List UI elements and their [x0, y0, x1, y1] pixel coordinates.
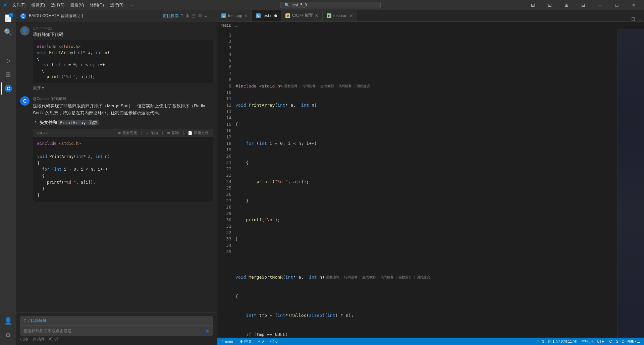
error-number: ⓪ 0	[244, 339, 251, 344]
code-line-9[interactable]: }	[234, 197, 614, 204]
search-bar[interactable]: 🔍 test_5_9	[280, 2, 381, 8]
line-comment-action[interactable]: 行间注释	[302, 83, 316, 89]
close-btn[interactable]: ✕	[626, 0, 641, 10]
breadcrumb-item-file[interactable]: test.c	[221, 23, 231, 28]
maximize-btn[interactable]: □	[609, 0, 625, 10]
send-button[interactable]: ➤	[205, 328, 210, 334]
layout-toggle[interactable]: ⊞	[559, 0, 574, 10]
chat-more-icon[interactable]: ...	[209, 13, 213, 19]
code-explain-action[interactable]: 代码解释	[338, 83, 352, 89]
tab-more-icon[interactable]: ...	[637, 16, 641, 21]
code-line-3[interactable]: #include <stdio.h> 函数注释| 行间注释| 生成单测| 代码解…	[234, 83, 614, 89]
tab-test-exe[interactable]: ▶ test.exe ✕	[323, 10, 357, 21]
section1-highlight: PrintArray 函数	[58, 120, 99, 125]
activity-search[interactable]: 🔍	[1, 25, 15, 39]
expand-button[interactable]: 展开 ▾	[33, 85, 213, 91]
menu-edit[interactable]: 编辑(E)	[29, 2, 48, 9]
code-line-8[interactable]: printf ( "%d " , a[i]);	[234, 178, 614, 185]
menu-more[interactable]: ...	[127, 2, 136, 9]
tab-close-config[interactable]: ✕	[315, 13, 318, 18]
void-kw-2: void	[235, 274, 246, 280]
code-line-4[interactable]: void PrintArray ( int * a, int n)	[234, 102, 614, 108]
help-icon[interactable]: ?	[181, 13, 183, 19]
chat-settings-icon[interactable]: ⚙	[198, 13, 202, 19]
new-file-btn[interactable]: 📄 新建文件	[188, 130, 209, 135]
view-diff-btn[interactable]: ⊞ 查看变更	[118, 130, 137, 135]
menu-run[interactable]: 运行(R)	[107, 2, 126, 9]
activity-extensions[interactable]: ⊞	[1, 68, 15, 81]
code-line-14[interactable]: {	[234, 293, 614, 299]
func-comment-action[interactable]: 函数注释	[284, 83, 298, 89]
activity-explorer[interactable]: 📄 1	[1, 11, 15, 25]
optimize-action-2[interactable]: 调优建议	[417, 274, 430, 280]
breadcrumb-item-more[interactable]: ...	[235, 23, 238, 28]
tab-test-cpp[interactable]: C test.cpp ✕	[217, 10, 252, 21]
accept-btn[interactable]: ✓ 采纳	[146, 130, 158, 135]
code-line-11[interactable]: }	[234, 236, 614, 242]
optimize-action[interactable]: 调优建议	[357, 83, 370, 89]
menu-file[interactable]: 文件(F)	[10, 2, 28, 9]
minimize-btn[interactable]: ─	[592, 0, 608, 10]
sidebar-toggle[interactable]: ⊟	[525, 0, 541, 10]
code-line-15[interactable]: int * tmp = ( int *) malloc ( sizeof ( i…	[234, 312, 614, 319]
int-kw-1: int	[277, 102, 285, 108]
encoding[interactable]: UTF-	[596, 339, 607, 344]
line-num-10: 10	[217, 89, 231, 96]
chat-input-box[interactable]: ➤	[20, 326, 213, 336]
activity-comate[interactable]: C	[1, 82, 15, 95]
int-kw-sizeof: int	[327, 312, 335, 319]
func-split-action[interactable]: 函数拆分	[398, 274, 412, 280]
activity-run-debug[interactable]: ▷	[1, 54, 15, 67]
chat-history-icon[interactable]: ☰	[192, 13, 196, 19]
warning-count[interactable]: △ 0	[256, 339, 265, 344]
code-line-10[interactable]: printf ( "\n" );	[234, 217, 614, 223]
tab-cpp-config[interactable]: ⚙ C/C++ 配置 ✕	[281, 10, 323, 21]
customize-layout[interactable]: ⊟	[576, 0, 591, 10]
line-num-21: 21	[217, 159, 231, 166]
func-comment-action-2[interactable]: 函数注释	[326, 274, 339, 280]
code-line-16[interactable]: if (tmp == NULL)	[234, 331, 614, 338]
extra-status[interactable]: S · C○叫曲 · ...	[615, 339, 641, 344]
copy-icon: ⊕	[167, 131, 170, 135]
info-count[interactable]: ⓘ 0	[269, 339, 279, 344]
line-comment-action-2[interactable]: 行间注释	[344, 274, 358, 280]
menu-view[interactable]: 查看(V)	[68, 2, 87, 9]
view-diff-label: 查看变更	[122, 130, 137, 135]
menu-select[interactable]: 选择(S)	[48, 2, 67, 9]
chat-panel: C BAIDU COMATE 智能编码助手 前往换票 ? ⊕ ☰ ⚙ ≡ ...…	[16, 10, 217, 345]
cursor-position[interactable]: 行 3，列 1 (已选择1174)	[536, 339, 579, 344]
chat-input-field[interactable]	[23, 327, 205, 335]
activity-account[interactable]: 👤	[1, 314, 15, 328]
panel-toggle[interactable]: ⊡	[542, 0, 557, 10]
code-explain-action-2[interactable]: 代码解释	[380, 274, 394, 280]
copy-btn[interactable]: ⊕ 复制	[167, 130, 179, 135]
tab-close-cpp[interactable]: ✕	[244, 13, 248, 18]
new-chat-icon[interactable]: ⊕	[185, 13, 190, 19]
gen-test-action[interactable]: 生成单测	[320, 83, 334, 89]
menu-goto[interactable]: 转到(G)	[87, 2, 106, 9]
language-mode[interactable]: C	[608, 339, 613, 344]
tab-split-icon[interactable]: ⊡	[631, 16, 635, 21]
error-count[interactable]: ⊗ ⓪ 0	[238, 339, 252, 344]
chat-hint-command[interactable]: /指令	[20, 337, 29, 342]
explorer-badge: 1	[9, 13, 13, 17]
activity-settings[interactable]: ⚙	[1, 328, 15, 342]
tab-close-exe[interactable]: ✕	[350, 13, 353, 18]
line-num-19: 19	[217, 147, 231, 153]
chat-hint-knowledge[interactable]: #知识	[49, 337, 58, 342]
code-line-7[interactable]: {	[234, 159, 614, 166]
chat-hint-plugin[interactable]: @ 插件	[33, 337, 45, 342]
tab-test-c[interactable]: C test.c	[252, 10, 281, 21]
code-line-13[interactable]: void MergeSortNonR ( int * a, int n) 函数注…	[234, 274, 614, 280]
gen-test-action-2[interactable]: 生成单测	[362, 274, 376, 280]
activity-source-control[interactable]: ⑃	[1, 40, 15, 53]
indentation[interactable]: 空格: 4	[580, 339, 594, 344]
chat-layout-icon[interactable]: ≡	[204, 13, 207, 19]
code-line-5[interactable]: {	[234, 121, 614, 127]
chat-header-link[interactable]: 前往换票	[163, 13, 179, 19]
copy-label: 复制	[171, 130, 179, 135]
code-content-lines[interactable]: #include <stdio.h> 函数注释| 行间注释| 生成单测| 代码解…	[234, 29, 617, 338]
int-kw-3: int	[285, 274, 293, 280]
code-line-6[interactable]: for ( int i = 0; i < n; i++)	[234, 140, 614, 147]
source-control-status[interactable]: ⑃ main	[220, 339, 234, 343]
